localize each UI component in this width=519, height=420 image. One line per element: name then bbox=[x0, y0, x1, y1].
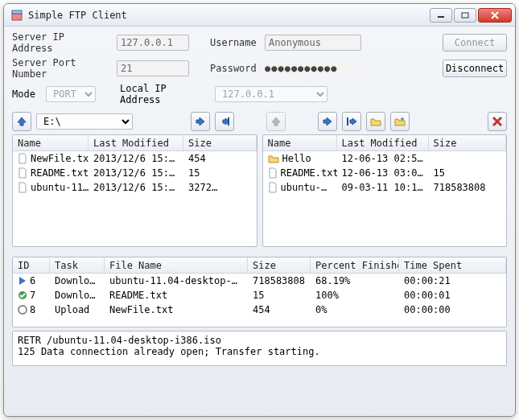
maximize-button[interactable] bbox=[454, 8, 476, 23]
task-type: Download bbox=[50, 274, 105, 287]
file-size: 718583808 bbox=[429, 181, 507, 194]
task-size: 718583808 bbox=[248, 274, 311, 287]
folder-icon bbox=[268, 154, 279, 163]
task-id: 8 bbox=[30, 304, 35, 315]
file-icon bbox=[268, 167, 278, 179]
file-modified: 09-03-11 10:15PM bbox=[337, 181, 429, 194]
local-file-pane[interactable]: NameLast ModifiedSize NewFile.txt2013/12… bbox=[12, 134, 257, 247]
file-modified: 2013/12/6 15:12:00 bbox=[89, 167, 183, 179]
refresh-folder-button[interactable] bbox=[390, 112, 410, 131]
local-ip-select[interactable]: 127.0.0.1 bbox=[215, 86, 327, 102]
col-percent[interactable]: Percent Finished bbox=[311, 257, 399, 273]
remote-up-button[interactable] bbox=[266, 112, 286, 131]
file-name: Hello bbox=[282, 153, 311, 164]
delete-button[interactable] bbox=[488, 112, 507, 131]
file-name: README.txt bbox=[31, 167, 89, 179]
file-icon bbox=[18, 167, 27, 179]
server-ip-label: Server IP Address bbox=[12, 31, 110, 54]
file-row[interactable]: Hello12-06-13 02:55PM bbox=[263, 151, 507, 166]
file-name: NewFile.txt bbox=[31, 153, 89, 164]
svg-rect-1 bbox=[12, 10, 22, 14]
file-row[interactable]: ubuntu-11…2013/12/6 15:11:593272… bbox=[13, 180, 257, 195]
task-percent: 0% bbox=[311, 303, 399, 316]
new-folder-button[interactable] bbox=[366, 112, 385, 131]
col-id[interactable]: ID bbox=[13, 257, 50, 273]
file-row[interactable]: README.txt2013/12/6 15:12:0015 bbox=[13, 166, 257, 180]
download-button[interactable] bbox=[318, 112, 337, 131]
local-ip-label: Local IP Address bbox=[120, 83, 208, 105]
server-ip-input[interactable] bbox=[117, 35, 189, 51]
col-time[interactable]: Time Spent bbox=[399, 257, 506, 273]
password-input[interactable]: ●●●●●●●●●●● bbox=[265, 63, 361, 74]
mode-select[interactable]: PORT bbox=[46, 86, 96, 102]
close-button[interactable] bbox=[478, 8, 512, 23]
status-icon bbox=[18, 276, 27, 286]
file-modified: 12-06-13 03:00PM bbox=[337, 167, 429, 179]
task-time: 00:00:01 bbox=[399, 289, 506, 302]
upload-button[interactable] bbox=[191, 112, 210, 131]
file-row[interactable]: README.txt12-06-13 03:00PM15 bbox=[263, 166, 507, 180]
local-drive-select[interactable]: E:\ bbox=[36, 113, 133, 130]
file-size: 15 bbox=[183, 167, 257, 179]
svg-rect-0 bbox=[12, 14, 22, 20]
svg-rect-3 bbox=[462, 13, 468, 18]
task-file: NewFile.txt bbox=[105, 303, 248, 316]
server-port-label: Server Port Number bbox=[12, 57, 110, 80]
file-modified: 12-06-13 02:55PM bbox=[337, 152, 429, 165]
file-name: README.txt bbox=[281, 167, 337, 179]
connect-button[interactable]: Connect bbox=[443, 34, 507, 51]
username-input[interactable] bbox=[265, 35, 361, 51]
task-percent: 68.19% bbox=[311, 274, 399, 287]
remote-file-pane[interactable]: NameLast ModifiedSize Hello12-06-13 02:5… bbox=[262, 134, 508, 247]
file-name: ubuntu-11… bbox=[31, 182, 89, 193]
file-icon bbox=[268, 182, 278, 193]
file-icon bbox=[18, 182, 27, 193]
status-icon bbox=[18, 290, 27, 300]
file-modified: 2013/12/6 15:04:34 bbox=[89, 152, 183, 165]
download-all-button[interactable] bbox=[342, 112, 361, 131]
col-task[interactable]: Task bbox=[50, 257, 105, 273]
col-modified[interactable]: Last Modified bbox=[89, 135, 183, 150]
task-row[interactable]: 7DownloadREADME.txt15100%00:00:01 bbox=[13, 288, 506, 303]
status-icon bbox=[18, 305, 27, 315]
password-label: Password bbox=[210, 63, 258, 74]
task-time: 00:00:00 bbox=[399, 303, 506, 316]
task-row[interactable]: 8UploadNewFile.txt4540%00:00:00 bbox=[13, 303, 506, 317]
task-type: Upload bbox=[50, 303, 105, 316]
col-size[interactable]: Size bbox=[183, 135, 257, 150]
col-name[interactable]: Name bbox=[263, 135, 337, 150]
col-name[interactable]: Name bbox=[13, 135, 89, 150]
mode-label: Mode bbox=[12, 89, 39, 100]
task-size: 15 bbox=[248, 289, 311, 302]
log-pane: RETR /ubuntu-11.04-desktop-i386.iso 125 … bbox=[12, 331, 507, 366]
task-percent: 100% bbox=[311, 289, 399, 302]
col-modified[interactable]: Last Modified bbox=[337, 135, 429, 150]
file-size: 454 bbox=[183, 152, 257, 165]
task-pane[interactable]: IDTaskFile NameSizePercent FinishedTime … bbox=[12, 257, 507, 327]
file-row[interactable]: NewFile.txt2013/12/6 15:04:34454 bbox=[13, 151, 257, 166]
file-name: ubuntu-… bbox=[281, 182, 327, 193]
col-size[interactable]: Size bbox=[248, 257, 311, 273]
task-row[interactable]: 6Downloadubuntu-11.04-desktop-i386.iso71… bbox=[13, 274, 506, 288]
task-id: 6 bbox=[30, 275, 35, 286]
task-size: 454 bbox=[248, 303, 311, 316]
server-port-input[interactable] bbox=[117, 60, 189, 76]
window-title: Simple FTP Client bbox=[28, 10, 430, 21]
minimize-button[interactable] bbox=[430, 8, 452, 23]
disconnect-button[interactable]: Disconnect bbox=[443, 60, 507, 77]
col-file[interactable]: File Name bbox=[105, 257, 248, 273]
file-size: 15 bbox=[429, 167, 507, 179]
file-size bbox=[429, 158, 507, 159]
file-row[interactable]: ubuntu-…09-03-11 10:15PM718583808 bbox=[263, 180, 507, 195]
task-time: 00:00:21 bbox=[399, 274, 506, 287]
col-size[interactable]: Size bbox=[429, 135, 507, 150]
task-type: Download bbox=[50, 289, 105, 302]
local-up-button[interactable] bbox=[12, 112, 31, 131]
task-id: 7 bbox=[30, 290, 35, 301]
file-modified: 2013/12/6 15:11:59 bbox=[89, 181, 183, 194]
upload-all-button[interactable] bbox=[215, 112, 234, 131]
svg-point-12 bbox=[19, 306, 27, 314]
file-size: 3272… bbox=[183, 181, 257, 194]
titlebar: Simple FTP Client bbox=[4, 4, 515, 27]
file-icon bbox=[18, 153, 27, 164]
